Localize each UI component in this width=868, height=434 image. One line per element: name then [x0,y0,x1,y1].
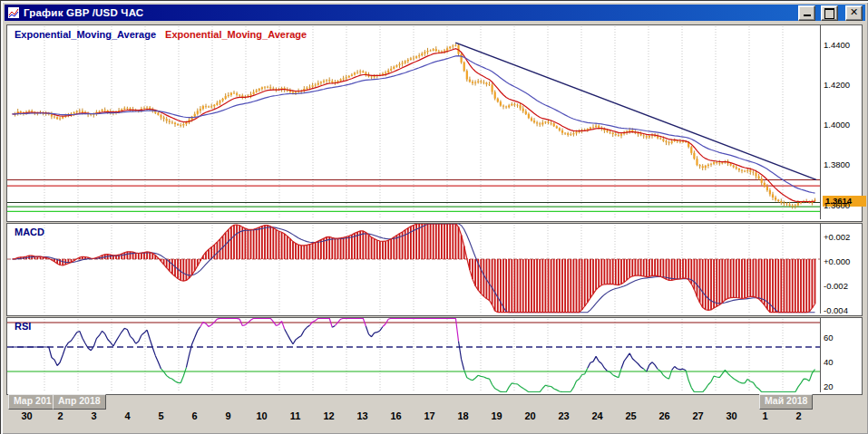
day-label: 11 [287,410,305,421]
day-label: 13 [354,410,372,421]
legend-ema-red: Exponential_Moving_Average [165,29,307,40]
day-label: 18 [454,410,473,421]
axis-tick-label: 60 [824,333,862,342]
day-label: 30 [723,410,741,421]
day-label: 12 [320,410,338,421]
window-title: График GBP /USD ЧАС [24,7,793,18]
axis-tick-label: +0.000 [824,256,862,266]
indicator-legend: Exponential_Moving_Average Exponential_M… [15,29,307,40]
month-badge: Мар 201 [8,394,57,410]
axis-tick-label: 1.3800 [824,159,862,169]
day-label: 17 [421,410,439,421]
day-label: 10 [253,410,271,421]
axis-tick-label: 1.4000 [824,120,862,130]
axis-tick-label: 20 [824,381,862,391]
axis-tick-label: 1.4200 [824,80,862,90]
price-chart-panel[interactable]: Exponential_Moving_Average Exponential_M… [6,24,863,222]
day-label: 2 [52,410,70,421]
close-icon [850,6,858,18]
day-label: 24 [589,410,607,421]
day-label: 1 [756,410,775,421]
axis-tick-label: -0.002 [824,281,862,291]
axis-tick-label: -0.004 [824,305,862,315]
rsi-label: RSI [15,321,31,332]
time-axis: Мар 201Апр 2018Май 201830234569101112131… [6,394,861,430]
maximize-icon [824,8,834,19]
day-label: 26 [656,410,674,421]
minimize-button[interactable] [798,5,815,21]
day-label: 6 [186,410,204,421]
axis-tick-label: 40 [824,357,862,367]
rsi-plot[interactable] [7,318,821,392]
day-label: 19 [488,410,506,421]
maximize-button[interactable] [821,5,838,21]
day-label: 25 [622,410,640,421]
axis-tick-label: +0.002 [824,232,862,242]
day-label: 16 [387,410,405,421]
axis-tick-label: 1.3600 [824,200,862,210]
month-badge: Апр 2018 [53,394,106,410]
macd-plot[interactable] [7,224,821,313]
day-label: 23 [555,410,573,421]
day-label: 4 [119,410,137,421]
macd-label: MACD [15,227,44,237]
price-plot[interactable] [7,25,821,219]
day-label: 30 [18,410,36,421]
chart-window: График GBP /USD ЧАС Exponential_Moving_A… [0,0,868,434]
minimize-icon [804,14,811,16]
rsi-panel[interactable]: RSI 604020 [6,317,863,395]
day-label: 9 [219,410,238,421]
day-label: 20 [522,410,540,421]
window-icon [7,6,20,19]
day-label: 5 [152,410,171,421]
titlebar[interactable]: График GBP /USD ЧАС [5,5,865,21]
legend-ema-blue: Exponential_Moving_Average [15,29,156,40]
macd-panel[interactable]: MACD +0.002+0.000-0.002-0.004 [6,223,863,316]
day-label: 3 [85,410,103,421]
close-button[interactable] [845,5,863,21]
day-label: 27 [689,410,707,421]
day-label: 2 [790,410,808,421]
month-badge: Май 2018 [759,394,813,410]
axis-tick-label: 1.4400 [824,40,862,50]
